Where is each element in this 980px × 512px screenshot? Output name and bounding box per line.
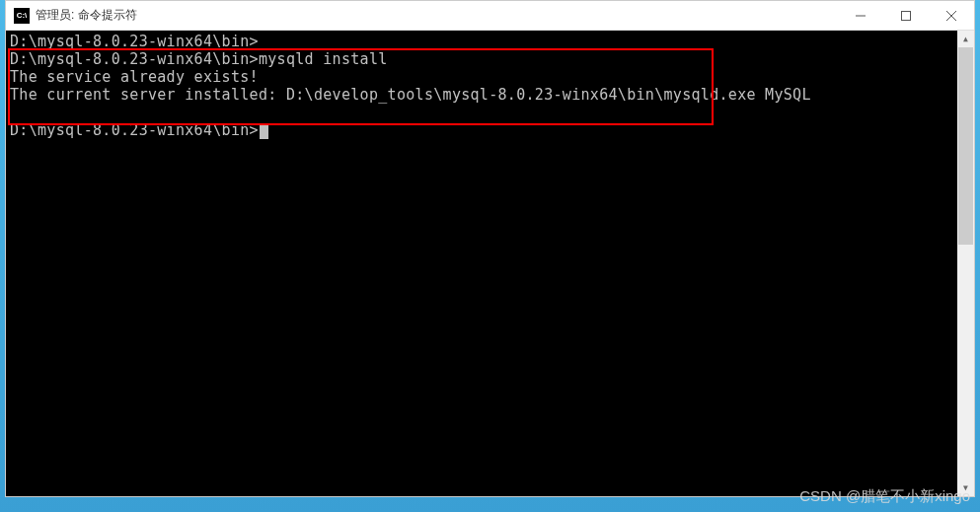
terminal-area[interactable]: D:\mysql-8.0.23-winx64\bin>D:\mysql-8.0.… [6, 31, 974, 496]
cursor [260, 123, 268, 139]
terminal-line: D:\mysql-8.0.23-winx64\bin> [10, 121, 970, 139]
terminal-line: D:\mysql-8.0.23-winx64\bin> [10, 33, 970, 50]
cmd-window: C:\ 管理员: 命令提示符 D:\mysql-8.0.23-winx64\bi… [5, 0, 975, 497]
scroll-up-icon[interactable]: ▲ [957, 31, 974, 47]
svg-rect-1 [902, 11, 911, 20]
titlebar[interactable]: C:\ 管理员: 命令提示符 [6, 1, 974, 31]
scroll-down-icon[interactable]: ▼ [957, 479, 974, 496]
cmd-icon: C:\ [14, 8, 30, 24]
maximize-button[interactable] [883, 1, 929, 30]
terminal-line [10, 104, 970, 121]
minimize-button[interactable] [838, 1, 883, 30]
scrollbar-thumb[interactable] [958, 47, 973, 245]
terminal-line: The service already exists! [10, 68, 970, 86]
terminal-line: The current server installed: D:\develop… [10, 86, 970, 104]
scrollbar[interactable]: ▲ ▼ [957, 31, 974, 496]
terminal-line: D:\mysql-8.0.23-winx64\bin>mysqld instal… [10, 50, 970, 68]
close-button[interactable] [929, 1, 974, 30]
window-controls [838, 1, 974, 30]
window-title: 管理员: 命令提示符 [36, 7, 838, 24]
